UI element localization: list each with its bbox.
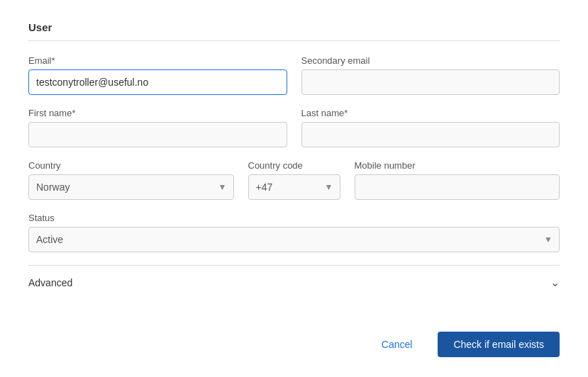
country-label: Country xyxy=(28,160,234,171)
advanced-title: Advanced xyxy=(28,277,72,288)
modal-container: User Email* Secondary email First name* … xyxy=(0,0,588,377)
email-row: Email* Secondary email xyxy=(28,55,560,95)
status-select-wrapper: Active Inactive ▼ xyxy=(28,227,560,252)
first-name-input[interactable] xyxy=(28,122,287,147)
last-name-label: Last name* xyxy=(301,108,560,118)
section-divider xyxy=(28,40,560,41)
secondary-email-input[interactable] xyxy=(301,69,560,95)
cancel-button[interactable]: Cancel xyxy=(370,333,424,356)
country-code-select[interactable]: +47 +46 +45 +358 xyxy=(248,174,340,200)
first-name-group: First name* xyxy=(28,108,287,147)
secondary-email-group: Secondary email xyxy=(301,55,560,95)
status-row: Status Active Inactive ▼ xyxy=(28,213,560,252)
email-label: Email* xyxy=(28,55,287,66)
status-label: Status xyxy=(28,213,560,223)
country-group: Country Norway Sweden Denmark Finland ▼ xyxy=(28,160,234,200)
last-name-input[interactable] xyxy=(301,122,560,147)
mobile-input[interactable] xyxy=(355,174,560,200)
status-group: Status Active Inactive ▼ xyxy=(28,213,560,252)
advanced-section[interactable]: Advanced ⌄ xyxy=(28,265,560,289)
check-email-button[interactable]: Check if email exists xyxy=(438,332,560,357)
secondary-email-label: Secondary email xyxy=(301,55,560,66)
country-code-label: Country code xyxy=(248,160,340,171)
country-select-wrapper: Norway Sweden Denmark Finland ▼ xyxy=(28,174,234,200)
mobile-label: Mobile number xyxy=(355,160,560,171)
country-row: Country Norway Sweden Denmark Finland ▼ … xyxy=(28,160,560,200)
last-name-group: Last name* xyxy=(301,108,560,147)
footer-actions: Cancel Check if email exists xyxy=(28,325,560,357)
first-name-label: First name* xyxy=(28,108,287,118)
country-code-select-wrapper: +47 +46 +45 +358 ▼ xyxy=(248,174,340,200)
country-code-group: Country code +47 +46 +45 +358 ▼ xyxy=(248,160,340,200)
section-title: User xyxy=(28,21,560,33)
mobile-group: Mobile number xyxy=(355,160,560,200)
country-select[interactable]: Norway Sweden Denmark Finland xyxy=(28,174,234,200)
advanced-chevron-icon: ⌄ xyxy=(550,276,560,289)
email-input[interactable] xyxy=(28,69,287,95)
name-row: First name* Last name* xyxy=(28,108,560,147)
status-select[interactable]: Active Inactive xyxy=(28,227,560,252)
email-group: Email* xyxy=(28,55,287,95)
